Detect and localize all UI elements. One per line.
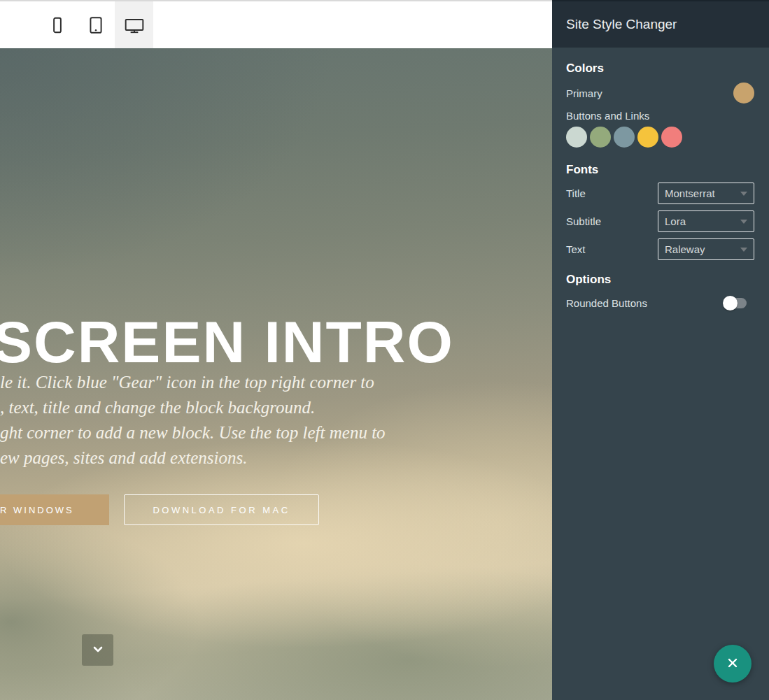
hero-paragraph[interactable]: le it. Click blue "Gear" icon in the top… [0, 370, 462, 471]
color-swatch[interactable] [661, 127, 682, 148]
subtitle-font-row: Subtitle Lora [566, 210, 754, 232]
text-font-label: Text [566, 243, 586, 255]
buttons-links-label: Buttons and Links [566, 110, 754, 122]
title-font-dropdown[interactable]: Montserrat [658, 183, 754, 204]
text-font-row: Text Raleway [566, 238, 754, 260]
subtitle-font-label: Subtitle [566, 215, 601, 227]
title-font-value: Montserrat [665, 187, 715, 199]
primary-color-swatch[interactable] [733, 83, 754, 103]
close-panel-button[interactable] [714, 645, 752, 683]
dropdown-caret-icon [740, 248, 747, 252]
hero-block-preview[interactable]: SCREEN INTRO le it. Click blue "Gear" ic… [0, 48, 552, 700]
subtitle-font-value: Lora [665, 215, 686, 227]
fonts-heading: Fonts [566, 163, 754, 177]
tablet-icon [87, 16, 105, 34]
primary-color-row: Primary [566, 83, 754, 103]
rounded-buttons-toggle[interactable] [723, 296, 747, 310]
toggle-knob [723, 296, 738, 310]
chevron-down-icon [90, 641, 106, 659]
download-mac-button[interactable]: DOWNLOAD FOR MAC [124, 494, 319, 525]
text-font-dropdown[interactable]: Raleway [658, 238, 754, 260]
color-swatch[interactable] [637, 127, 658, 148]
color-swatch[interactable] [566, 127, 587, 148]
site-style-changer-panel: Site Style Changer Colors Primary Button… [552, 0, 769, 700]
title-font-label: Title [566, 187, 586, 199]
title-font-row: Title Montserrat [566, 183, 754, 204]
phone-preview-button[interactable] [38, 1, 76, 48]
phone-icon [48, 16, 66, 34]
close-icon [726, 656, 740, 672]
hero-paragraph-line: ew pages, sites and add extensions. [0, 445, 462, 471]
subtitle-font-dropdown[interactable]: Lora [658, 210, 754, 232]
device-toolbar [0, 0, 552, 48]
panel-body: Colors Primary Buttons and Links Fonts T… [552, 62, 769, 311]
download-windows-button[interactable]: R WINDOWS [0, 494, 109, 525]
hero-title[interactable]: SCREEN INTRO [0, 313, 454, 371]
text-font-value: Raleway [665, 243, 705, 255]
colors-heading: Colors [566, 62, 754, 76]
rounded-buttons-label: Rounded Buttons [566, 297, 647, 309]
hero-paragraph-line: , text, title and change the block backg… [0, 395, 462, 420]
panel-header: Site Style Changer [552, 0, 769, 48]
options-heading: Options [566, 273, 754, 287]
app-window: SCREEN INTRO le it. Click blue "Gear" ic… [0, 0, 769, 700]
hero-paragraph-line: ght corner to add a new block. Use the t… [0, 420, 462, 445]
scroll-down-button[interactable] [82, 634, 113, 666]
color-swatch[interactable] [614, 127, 635, 148]
desktop-preview-button[interactable] [115, 1, 153, 48]
tablet-preview-button[interactable] [76, 1, 115, 48]
dropdown-caret-icon [740, 192, 747, 196]
primary-label: Primary [566, 87, 602, 99]
panel-title: Site Style Changer [566, 17, 677, 32]
hero-paragraph-line: le it. Click blue "Gear" icon in the top… [0, 370, 462, 395]
rounded-buttons-row: Rounded Buttons [566, 294, 754, 311]
dropdown-caret-icon [740, 220, 747, 224]
buttons-links-swatches [566, 127, 754, 148]
color-swatch[interactable] [590, 127, 611, 148]
desktop-icon [124, 16, 145, 34]
